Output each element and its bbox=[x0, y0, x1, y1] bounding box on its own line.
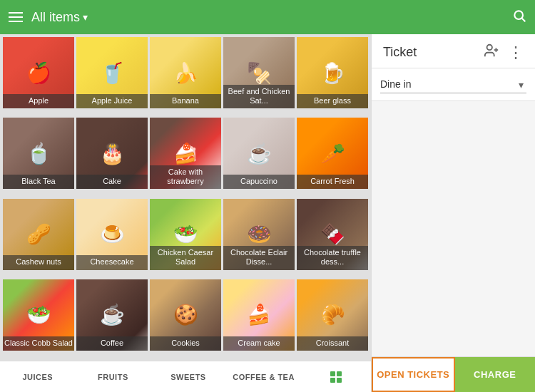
grid-item-cappuccino[interactable]: ☕Capuccino bbox=[223, 118, 295, 189]
grid-item-cake[interactable]: 🎂Cake bbox=[76, 118, 148, 189]
grid-item-beer-glass[interactable]: 🍺Beer glass bbox=[297, 37, 368, 108]
grid-item-label-cappuccino: Capuccino bbox=[223, 175, 295, 189]
grid-item-label-black-tea: Black Tea bbox=[3, 175, 74, 189]
dropdown-chevron[interactable]: ▾ bbox=[83, 11, 88, 23]
grid-item-label-coffee: Coffee bbox=[76, 336, 148, 351]
grid-item-coffee[interactable]: ☕Coffee bbox=[76, 279, 148, 351]
tab-coffee-tea[interactable]: COFFEE & TEA bbox=[226, 367, 302, 387]
grid-item-classic-cobb[interactable]: 🥗Classic Cobb Salad bbox=[3, 279, 74, 351]
grid-item-black-tea[interactable]: 🍵Black Tea bbox=[3, 118, 74, 189]
svg-line-1 bbox=[522, 18, 526, 21]
grid-item-banana[interactable]: 🍌Banana bbox=[150, 37, 221, 108]
grid-item-label-beef-chicken: Beef and Chicken Sat... bbox=[223, 85, 295, 108]
grid-item-cake-strawberry[interactable]: 🍰Cake with strawberry bbox=[150, 118, 221, 189]
svg-point-0 bbox=[514, 11, 523, 19]
grid-item-label-cheesecake: Cheesecake bbox=[76, 255, 148, 269]
header-title-text: All items bbox=[31, 10, 80, 25]
grid-item-label-chicken-caesar: Chicken Caesar Salad bbox=[150, 246, 221, 269]
grid-view-icon bbox=[330, 371, 342, 383]
dine-select[interactable]: Dine in Take away Delivery bbox=[380, 76, 526, 93]
tab-grid[interactable] bbox=[301, 371, 371, 383]
grid-item-croissant[interactable]: 🥐Croissant bbox=[297, 279, 368, 351]
grid-item-label-cookies: Cookies bbox=[150, 336, 221, 351]
grid-item-cashew[interactable]: 🥜Cashew nuts bbox=[3, 199, 74, 270]
grid-item-label-croissant: Croissant bbox=[297, 336, 368, 351]
ticket-header: Ticket ⋮ bbox=[372, 34, 535, 68]
header-left: All items ▾ bbox=[9, 10, 512, 25]
grid-item-label-classic-cobb: Classic Cobb Salad bbox=[3, 336, 74, 351]
grid-item-label-cream-cake: Cream cake bbox=[223, 336, 295, 351]
charge-button[interactable]: CHARGE bbox=[455, 357, 536, 392]
grid-item-chicken-caesar[interactable]: 🥗Chicken Caesar Salad bbox=[150, 199, 221, 270]
grid-item-label-apple-juice: Apple Juice bbox=[76, 94, 148, 108]
tab-juices[interactable]: JUICES bbox=[0, 367, 76, 387]
header-title: All items ▾ bbox=[31, 10, 88, 25]
open-tickets-button[interactable]: OPEN TICKETS bbox=[372, 357, 455, 392]
grid-item-choc-eclair[interactable]: 🍩Chocolate Eclair Disse... bbox=[223, 199, 295, 270]
grid-item-label-carrot-fresh: Carrot Fresh bbox=[297, 175, 368, 189]
grid-item-label-cake-strawberry: Cake with strawberry bbox=[150, 165, 221, 189]
tab-fruits[interactable]: FRUITS bbox=[76, 367, 151, 387]
grid-item-cheesecake[interactable]: 🍮Cheesecake bbox=[76, 199, 148, 270]
add-person-icon[interactable] bbox=[484, 43, 499, 62]
tab-sweets[interactable]: SWEETS bbox=[151, 367, 226, 387]
ticket-body bbox=[372, 101, 535, 356]
grid-item-beef-chicken[interactable]: 🍢Beef and Chicken Sat... bbox=[223, 37, 295, 108]
ticket-bottom-actions: OPEN TICKETS CHARGE bbox=[372, 356, 535, 392]
ticket-title: Ticket bbox=[383, 45, 417, 60]
search-icon[interactable] bbox=[512, 9, 526, 26]
grid-item-carrot-fresh[interactable]: 🥕Carrot Fresh bbox=[297, 118, 368, 189]
grid-item-apple-juice[interactable]: 🥤Apple Juice bbox=[76, 37, 148, 108]
grid-item-choc-truffle[interactable]: 🍫Chocolate truffle dess... bbox=[297, 199, 368, 270]
grid-item-label-apple: Apple bbox=[3, 94, 74, 108]
grid-item-label-choc-eclair: Chocolate Eclair Disse... bbox=[223, 246, 295, 269]
left-panel: 🍎Apple🥤Apple Juice🍌Banana🍢Beef and Chick… bbox=[0, 34, 371, 392]
grid-item-apple[interactable]: 🍎Apple bbox=[3, 37, 74, 108]
svg-point-2 bbox=[487, 45, 492, 50]
dine-select-container: Dine in Take away Delivery bbox=[380, 76, 526, 93]
grid-item-label-beer-glass: Beer glass bbox=[297, 94, 368, 108]
grid-item-cream-cake[interactable]: 🍰Cream cake bbox=[223, 279, 295, 351]
main-layout: 🍎Apple🥤Apple Juice🍌Banana🍢Beef and Chick… bbox=[0, 34, 535, 392]
grid-item-label-choc-truffle: Chocolate truffle dess... bbox=[297, 246, 368, 269]
dine-in-selector[interactable]: Dine in Take away Delivery bbox=[372, 68, 535, 101]
right-panel: Ticket ⋮ Dine in Take away De bbox=[371, 34, 535, 392]
more-options-icon[interactable]: ⋮ bbox=[508, 43, 524, 62]
hamburger-menu-button[interactable] bbox=[9, 12, 23, 22]
grid-item-label-cashew: Cashew nuts bbox=[3, 255, 74, 269]
grid-item-cookies[interactable]: 🍪Cookies bbox=[150, 279, 221, 351]
ticket-actions: ⋮ bbox=[484, 43, 524, 62]
app-header: All items ▾ bbox=[0, 0, 535, 34]
grid-item-label-banana: Banana bbox=[150, 94, 221, 108]
grid-item-label-cake: Cake bbox=[76, 175, 148, 189]
items-grid: 🍎Apple🥤Apple Juice🍌Banana🍢Beef and Chick… bbox=[0, 34, 371, 361]
header-right bbox=[512, 9, 526, 26]
category-tabs: JUICES FRUITS SWEETS COFFEE & TEA bbox=[0, 361, 371, 392]
